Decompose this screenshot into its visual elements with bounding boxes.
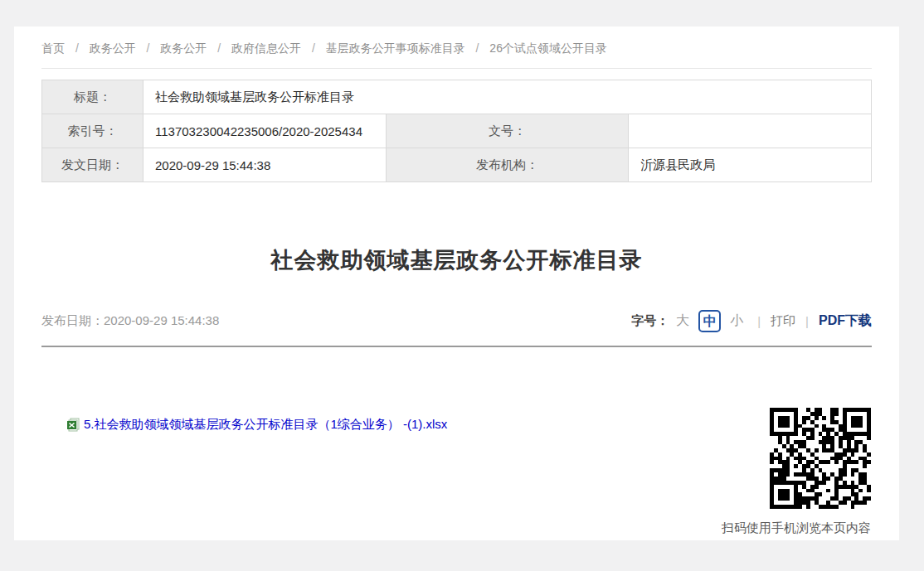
- divider: |: [757, 314, 761, 328]
- font-size-label: 字号：: [631, 313, 669, 329]
- qr-code: [770, 408, 871, 509]
- publish-date-label: 发布日期：: [41, 313, 104, 327]
- meta-label-title: 标题：: [42, 80, 143, 114]
- table-row: 索引号： 113703230042235006/2020-2025434 文号：: [42, 114, 872, 148]
- excel-file-icon: [66, 418, 80, 432]
- pdf-download-button[interactable]: PDF下载: [819, 312, 872, 330]
- meta-value-doc-number: [629, 114, 872, 148]
- meta-label-issue-date: 发文日期：: [42, 148, 143, 182]
- page-title: 社会救助领域基层政务公开标准目录: [41, 245, 872, 275]
- breadcrumb-home[interactable]: 首页: [41, 41, 65, 55]
- document-meta-table: 标题： 社会救助领域基层政务公开标准目录 索引号： 11370323004223…: [41, 80, 872, 182]
- meta-value-title: 社会救助领域基层政务公开标准目录: [143, 80, 872, 114]
- breadcrumb-current: 26个试点领域公开目录: [489, 41, 607, 55]
- publish-date: 发布日期：2020-09-29 15:44:38: [41, 313, 219, 329]
- breadcrumb-divider: [41, 68, 872, 69]
- attachment-link[interactable]: 5.社会救助领域领域基层政务公开标准目录（1综合业务） -(1).xlsx: [84, 417, 447, 433]
- article-info-bar: 发布日期：2020-09-29 15:44:38 字号： 大 中 小 | 打印 …: [41, 310, 872, 332]
- publish-date-value: 2020-09-29 15:44:38: [104, 313, 219, 327]
- title-divider: [41, 346, 872, 347]
- breadcrumb-zhengwu-2[interactable]: 政务公开: [160, 41, 207, 55]
- breadcrumb: 首页 / 政务公开 / 政务公开 / 政府信息公开 / 基层政务公开事项标准目录…: [41, 27, 872, 68]
- font-size-small-button[interactable]: 小: [730, 312, 743, 330]
- breadcrumb-standard-catalog[interactable]: 基层政务公开事项标准目录: [326, 41, 465, 55]
- breadcrumb-zhengwu-1[interactable]: 政务公开: [90, 41, 136, 55]
- breadcrumb-separator: /: [147, 41, 150, 55]
- font-size-medium-button[interactable]: 中: [698, 310, 721, 332]
- meta-value-issuing-agency: 沂源县民政局: [629, 148, 872, 182]
- print-button[interactable]: 打印: [771, 313, 795, 329]
- divider: |: [805, 314, 809, 328]
- breadcrumb-separator: /: [217, 41, 221, 55]
- meta-label-index-number: 索引号：: [42, 114, 143, 148]
- qr-caption: 扫码使用手机浏览本页内容: [702, 520, 871, 536]
- article-tools: 字号： 大 中 小 | 打印 | PDF下载: [631, 310, 872, 332]
- font-size-large-button[interactable]: 大: [676, 312, 689, 330]
- table-row: 发文日期： 2020-09-29 15:44:38 发布机构： 沂源县民政局: [42, 148, 872, 182]
- breadcrumb-gov-info[interactable]: 政府信息公开: [231, 41, 301, 55]
- meta-value-issue-date: 2020-09-29 15:44:38: [143, 148, 387, 182]
- breadcrumb-separator: /: [476, 41, 479, 55]
- breadcrumb-separator: /: [75, 41, 79, 55]
- meta-value-index-number: 113703230042235006/2020-2025434: [143, 114, 387, 148]
- qr-block: 扫码使用手机浏览本页内容: [702, 408, 871, 536]
- meta-label-doc-number: 文号：: [386, 114, 629, 148]
- content-card: 首页 / 政务公开 / 政务公开 / 政府信息公开 / 基层政务公开事项标准目录…: [14, 27, 899, 540]
- breadcrumb-separator: /: [312, 41, 315, 55]
- meta-label-issuing-agency: 发布机构：: [386, 148, 629, 182]
- table-row: 标题： 社会救助领域基层政务公开标准目录: [42, 80, 872, 114]
